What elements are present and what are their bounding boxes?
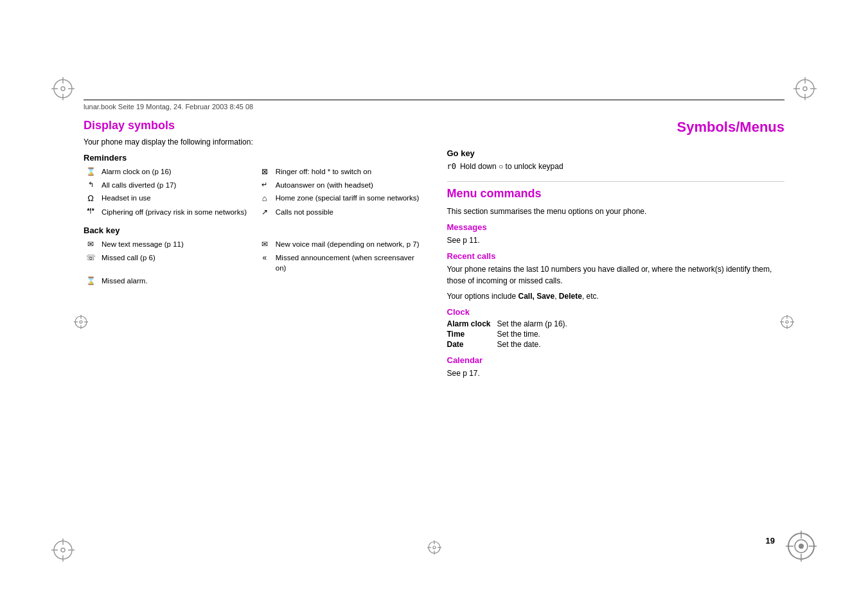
- symbol-text-alarm: Alarm clock on (p 16): [102, 166, 247, 177]
- menu-commands-intro: This section summarises the menu options…: [447, 206, 785, 217]
- right-column: Symbols/Menus Go key r0 Hold down ○ to u…: [447, 119, 785, 536]
- missed-announcement-icon: «: [258, 253, 272, 263]
- corner-mark-bl: [51, 538, 75, 562]
- symbol-row-diverted: ↰ All calls diverted (p 17): [84, 180, 247, 190]
- symbol-text-ringer: Ringer off: hold * to switch on: [276, 166, 421, 177]
- alarm-icon: ⌛: [84, 166, 98, 177]
- recent-calls-label: Recent calls: [447, 251, 785, 261]
- calendar-text: See p 17.: [447, 368, 785, 379]
- symbol-row-nocalls: ↗ Calls not possible: [258, 207, 421, 218]
- recent-calls-bold2: Delete: [559, 292, 582, 301]
- corner-mark-tr: [793, 77, 817, 100]
- recent-calls-etc: , etc.: [582, 292, 599, 301]
- headset-icon: Ω: [84, 193, 98, 204]
- go-key-section: Go key r0 Hold down ○ to unlock keypad: [447, 148, 785, 171]
- page-number: 19: [766, 536, 775, 546]
- symbol-text-nocalls: Calls not possible: [276, 207, 421, 217]
- corner-mark-br: [786, 531, 817, 562]
- nocalls-icon: ↗: [258, 207, 272, 218]
- menu-commands-title: Menu commands: [447, 187, 785, 200]
- ringer-icon: ⊠: [258, 166, 272, 177]
- symbol-text-new-text: New text message (p 11): [102, 239, 247, 249]
- reminders-grid: ⌛ Alarm clock on (p 16) ⊠ Ringer off: ho…: [84, 166, 421, 218]
- voice-mail-icon: ✉: [258, 239, 272, 250]
- clock-label: Clock: [447, 307, 785, 317]
- homezone-icon: ⌂: [258, 193, 272, 204]
- svg-point-26: [80, 321, 82, 323]
- page: lunar.book Seite 19 Montag, 24. Februar …: [0, 0, 868, 613]
- clock-grid: Alarm clock Set the alarm (p 16). Time S…: [447, 319, 785, 349]
- symbol-row-ringer: ⊠ Ringer off: hold * to switch on: [258, 166, 421, 177]
- symbol-text-diverted: All calls diverted (p 17): [102, 180, 247, 190]
- time-label: Time: [447, 330, 491, 339]
- calendar-label: Calendar: [447, 355, 785, 365]
- missed-alarm-icon: ⌛: [84, 276, 98, 287]
- back-key-label: Back key: [84, 226, 421, 235]
- symbol-row-new-text: ✉ New text message (p 11): [84, 239, 247, 250]
- alarm-clock-label: Alarm clock: [447, 319, 491, 328]
- svg-point-13: [61, 548, 65, 552]
- messages-text: See p 11.: [447, 235, 785, 246]
- symbol-row-autoanswer: ↵ Autoanswer on (with headset): [258, 180, 421, 190]
- divider-1: [447, 181, 785, 182]
- svg-point-7: [803, 87, 807, 91]
- alarm-clock-text: Set the alarm (p 16).: [497, 319, 784, 328]
- svg-point-20: [799, 544, 804, 549]
- left-column: Display symbols Your phone may display t…: [84, 119, 421, 536]
- recent-calls-bold1: Call, Save: [518, 292, 554, 301]
- top-bar: lunar.book Seite 19 Montag, 24. Februar …: [84, 100, 784, 111]
- symbol-text-missed-alarm: Missed alarm.: [102, 276, 247, 286]
- center-cross-bottom: [427, 540, 441, 556]
- symbol-text-autoanswer: Autoanswer on (with headset): [276, 180, 421, 190]
- symbol-text-ciphering: Ciphering off (privacy risk in some netw…: [102, 207, 247, 217]
- recent-calls-text1: Your phone retains the last 10 numbers y…: [447, 263, 785, 287]
- reminders-label: Reminders: [84, 153, 421, 163]
- symbol-text-headset: Headset in use: [102, 193, 247, 203]
- go-key-description: r0 Hold down ○ to unlock keypad: [447, 162, 785, 171]
- symbol-text-missed-call: Missed call (p 6): [102, 253, 247, 263]
- display-symbols-title: Display symbols: [84, 119, 421, 132]
- autoanswer-icon: ↵: [258, 180, 272, 190]
- new-text-icon: ✉: [84, 239, 98, 250]
- symbol-row-missed-announcement: « Missed announcement (when screensaver …: [258, 253, 421, 273]
- symbol-row-missed-call: ☏ Missed call (p 6): [84, 253, 247, 273]
- go-key-prefix-icon: r0: [447, 162, 456, 171]
- go-key-label: Go key: [447, 148, 785, 158]
- display-symbols-intro: Your phone may display the following inf…: [84, 138, 421, 147]
- symbol-row-voice-mail: ✉ New voice mail (depending on network, …: [258, 239, 421, 250]
- recent-calls-text2: Your options include Call, Save, Delete,…: [447, 290, 785, 302]
- page-title: Symbols/Menus: [447, 119, 785, 136]
- missed-call-icon: ☏: [84, 253, 98, 263]
- time-text: Set the time.: [497, 330, 784, 339]
- svg-point-38: [433, 546, 436, 549]
- corner-mark-tl: [51, 77, 75, 100]
- symbol-row-headset: Ω Headset in use: [84, 193, 247, 204]
- symbol-row-alarm: ⌛ Alarm clock on (p 16): [84, 166, 247, 177]
- topbar-text: lunar.book Seite 19 Montag, 24. Februar …: [84, 103, 253, 111]
- symbol-text-homezone: Home zone (special tariff in some networ…: [276, 193, 421, 203]
- recent-calls-text2-label: Your options include: [447, 292, 517, 301]
- svg-point-32: [786, 321, 788, 323]
- back-key-grid: ✉ New text message (p 11) ✉ New voice ma…: [84, 239, 421, 287]
- main-content: Display symbols Your phone may display t…: [84, 119, 784, 536]
- messages-label: Messages: [447, 222, 785, 232]
- date-text: Set the date.: [497, 340, 784, 349]
- ciphering-icon: *!*: [84, 207, 98, 216]
- recent-calls-comma: ,: [554, 292, 559, 301]
- symbol-row-homezone: ⌂ Home zone (special tariff in some netw…: [258, 193, 421, 204]
- symbol-text-voice-mail: New voice mail (depending on network, p …: [276, 239, 421, 249]
- symbol-row-ciphering: *!* Ciphering off (privacy risk in some …: [84, 207, 247, 218]
- symbol-row-missed-alarm: ⌛ Missed alarm.: [84, 276, 247, 287]
- symbol-text-missed-announcement: Missed announcement (when screensaver on…: [276, 253, 421, 273]
- date-label: Date: [447, 340, 491, 349]
- svg-point-1: [61, 87, 65, 91]
- diverted-icon: ↰: [84, 180, 98, 190]
- go-key-text: Hold down ○ to unlock keypad: [460, 162, 563, 171]
